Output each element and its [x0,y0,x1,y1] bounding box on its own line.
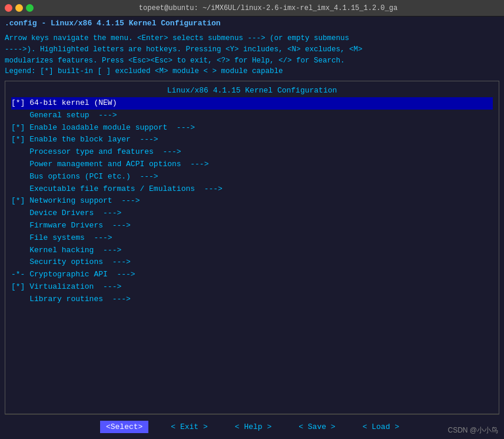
menu-item-item-9[interactable]: [*] Networking support ---> [11,195,493,207]
close-button[interactable] [5,4,12,12]
maximize-button[interactable] [26,4,34,12]
bottom-bar: <Select> < Exit > < Help > < Save > < Lo… [5,414,499,439]
menu-item-item-15[interactable]: -*- Cryptographic API ---> [11,269,493,281]
menu-item-item-2[interactable]: General setup ---> [11,110,493,122]
help-line4: Legend: [*] built-in [ ] excluded <M> mo… [5,66,499,77]
menu-item-item-1[interactable]: [*] 64-bit kernel (NEW) [11,97,493,110]
menu-item-item-5[interactable]: Processor type and features ---> [11,146,493,159]
menu-item-item-3[interactable]: [*] Enable loadable module support ---> [11,122,493,134]
config-box-title: Linux/x86 4.1.15 Kernel Configuration [11,86,493,95]
help-line2: ---->). Highlighted letters are hotkeys.… [5,44,499,55]
menubar: .config - Linux/x86 4.1.15 Kernel Config… [0,16,504,29]
menu-item-item-11[interactable]: Firmware Drivers ---> [11,220,493,232]
save-button[interactable]: < Save > [294,421,340,433]
menu-item-item-14[interactable]: Security options ---> [11,256,493,269]
menu-item-item-4[interactable]: [*] Enable the block layer ---> [11,134,493,146]
window-controls[interactable] [5,4,34,12]
terminal-area: Arrow keys navigate the menu. <Enter> se… [0,29,504,439]
watermark: CSDN @小小鸟 [447,425,498,435]
select-button[interactable]: <Select> [100,421,148,433]
config-box: Linux/x86 4.1.15 Kernel Configuration [*… [5,81,499,414]
load-button[interactable]: < Load > [358,421,404,433]
menu-item-item-16[interactable]: [*] Virtualization ---> [11,281,493,293]
help-line3: modularizes features. Press <Esc><Esc> t… [5,55,499,67]
menu-list: [*] 64-bit kernel (NEW) General setup --… [11,97,493,306]
minimize-button[interactable] [15,4,23,12]
menu-item-item-17[interactable]: Library routines ---> [11,293,493,306]
help-line1: Arrow keys navigate the menu. <Enter> se… [5,33,499,44]
menu-item-item-8[interactable]: Executable file formats / Emulations ---… [11,183,493,196]
menu-item-item-6[interactable]: Power management and ACPI options ---> [11,159,493,171]
menu-item-item-13[interactable]: Kernel hacking ---> [11,245,493,257]
menu-item-item-12[interactable]: File systems ---> [11,232,493,245]
help-button[interactable]: < Help > [230,421,276,433]
menubar-title: .config - Linux/x86 4.1.15 Kernel Config… [5,19,221,28]
menu-item-item-7[interactable]: Bus options (PCI etc.) ---> [11,171,493,183]
help-text: Arrow keys navigate the menu. <Enter> se… [5,33,499,77]
menu-item-item-10[interactable]: Device Drivers ---> [11,207,493,220]
window-title: topeet@ubuntu: ~/iMX6UL/linux-2.6-imx-re… [37,4,499,12]
exit-button[interactable]: < Exit > [166,421,212,433]
titlebar: topeet@ubuntu: ~/iMX6UL/linux-2.6-imx-re… [0,0,504,16]
